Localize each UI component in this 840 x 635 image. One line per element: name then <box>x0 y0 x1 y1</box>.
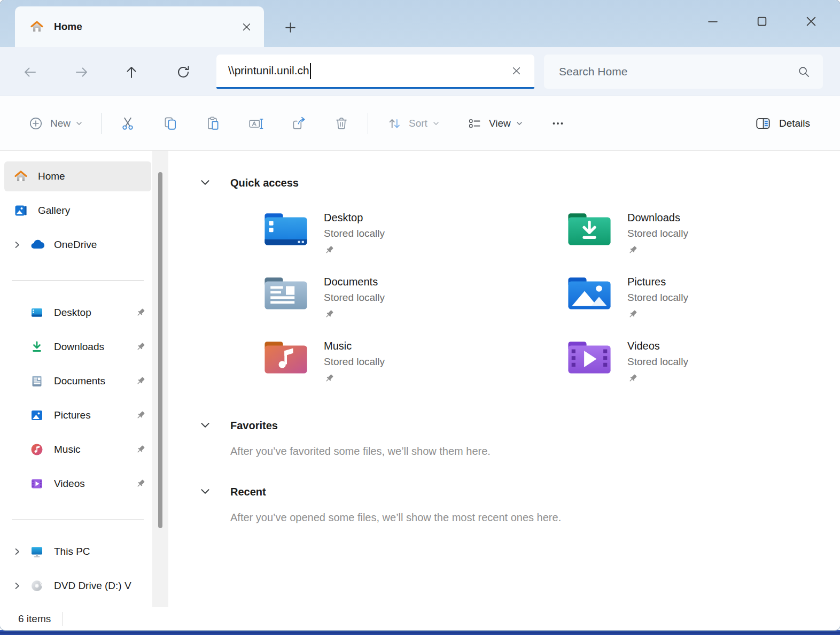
sidebar-divider <box>12 519 144 520</box>
navigation-pane: Home Gallery <box>0 151 168 607</box>
address-bar[interactable]: \\printunil.unil.ch <box>216 55 534 89</box>
sidebar-item-this-pc[interactable]: This PC <box>4 537 151 567</box>
tile-downloads[interactable]: Downloads Stored locally <box>566 210 840 274</box>
sidebar-item-documents[interactable]: Documents <box>4 366 151 396</box>
tab-bar: Home <box>0 0 840 47</box>
sidebar-item-downloads[interactable]: Downloads <box>4 332 151 362</box>
search-icon <box>793 61 814 82</box>
music-folder-icon <box>262 338 309 376</box>
pin-icon <box>135 307 146 318</box>
clear-address-icon[interactable] <box>505 60 527 82</box>
favorites-empty-text: After you’ve favorited some files, we’ll… <box>230 445 840 458</box>
sidebar-scrollbar[interactable] <box>152 151 168 607</box>
window-controls <box>681 7 828 35</box>
chevron-right-icon[interactable] <box>13 241 29 249</box>
delete-button[interactable] <box>326 110 357 137</box>
home-icon <box>29 19 45 34</box>
section-title: Favorites <box>230 420 278 432</box>
main-pane: Quick access <box>168 151 840 607</box>
tile-name: Videos <box>627 339 688 353</box>
tile-subtitle: Stored locally <box>627 354 688 369</box>
sidebar-item-pictures[interactable]: Pictures <box>4 400 151 430</box>
sidebar-item-music[interactable]: Music <box>4 435 151 464</box>
new-button[interactable]: New <box>20 110 90 137</box>
home-icon <box>13 169 29 184</box>
tile-subtitle: Stored locally <box>324 290 385 305</box>
tile-desktop[interactable]: Desktop Stored locally <box>262 210 566 274</box>
chevron-down-icon[interactable] <box>199 177 215 188</box>
documents-folder-icon <box>262 274 309 312</box>
search-box[interactable] <box>544 55 823 89</box>
desktop-icon <box>29 305 45 320</box>
view-button[interactable]: View <box>459 110 531 137</box>
chevron-right-icon[interactable] <box>13 582 29 590</box>
pictures-folder-icon <box>566 274 613 312</box>
pin-icon <box>135 342 146 352</box>
details-pane-icon <box>755 115 772 131</box>
this-pc-icon <box>29 544 45 559</box>
maximize-button[interactable] <box>745 7 779 35</box>
tile-music[interactable]: Music Stored locally <box>262 338 566 402</box>
sort-arrows-icon <box>386 115 402 131</box>
chevron-down-icon <box>75 120 83 127</box>
sidebar-item-gallery[interactable]: Gallery <box>4 196 151 226</box>
desktop-edge <box>0 630 840 635</box>
items-count: 6 items <box>18 613 51 625</box>
pin-icon <box>627 373 638 384</box>
tile-name: Pictures <box>627 275 688 289</box>
section-title: Quick access <box>230 177 299 189</box>
search-input[interactable] <box>558 65 793 79</box>
rename-button[interactable] <box>240 110 271 137</box>
cut-button[interactable] <box>112 110 143 137</box>
tile-name: Downloads <box>627 211 688 224</box>
tile-videos[interactable]: Videos Stored locally <box>566 338 840 402</box>
tile-subtitle: Stored locally <box>627 290 688 305</box>
paste-button[interactable] <box>198 110 229 137</box>
videos-icon <box>29 476 45 491</box>
sidebar-divider <box>12 280 144 281</box>
favorites-header: Favorites <box>199 417 840 433</box>
dvd-drive-icon <box>29 578 45 593</box>
desktop-folder-icon <box>262 210 309 248</box>
tile-documents[interactable]: Documents Stored locally <box>262 274 566 338</box>
share-button[interactable] <box>283 110 314 137</box>
up-button[interactable] <box>119 60 144 84</box>
sidebar-scrollbar-thumb[interactable] <box>158 172 162 528</box>
status-bar: 6 items <box>0 607 840 630</box>
refresh-button[interactable] <box>171 60 196 84</box>
music-icon <box>29 442 45 457</box>
sidebar-item-desktop[interactable]: Desktop <box>4 298 151 328</box>
pin-icon <box>324 245 335 255</box>
chevron-down-icon[interactable] <box>199 420 215 431</box>
chevron-down-icon[interactable] <box>199 486 215 497</box>
sort-button[interactable]: Sort <box>379 110 447 137</box>
close-window-button[interactable] <box>794 7 828 35</box>
sidebar-item-onedrive[interactable]: OneDrive <box>4 230 151 260</box>
tab-home[interactable]: Home <box>15 6 264 47</box>
copy-button[interactable] <box>155 110 186 137</box>
see-more-button[interactable] <box>542 110 573 137</box>
sidebar-item-videos[interactable]: Videos <box>4 469 151 499</box>
content-area: Home Gallery <box>0 151 840 607</box>
file-explorer-window: Home <box>0 0 840 630</box>
sidebar-item-dvd-drive[interactable]: DVD Drive (D:) V <box>4 571 151 601</box>
sidebar-item-home[interactable]: Home <box>4 161 151 191</box>
navigation-bar: \\printunil.unil.ch <box>0 47 840 96</box>
pin-icon <box>135 478 146 489</box>
chevron-down-icon <box>432 120 440 127</box>
downloads-icon <box>29 339 45 354</box>
status-divider <box>63 612 63 626</box>
gallery-icon <box>13 203 29 218</box>
chevron-right-icon[interactable] <box>13 547 29 556</box>
tile-pictures[interactable]: Pictures Stored locally <box>566 274 840 338</box>
back-button[interactable] <box>18 60 42 84</box>
tab-close-icon[interactable] <box>236 17 256 37</box>
details-button[interactable]: Details <box>755 115 810 131</box>
minimize-button[interactable] <box>696 7 730 35</box>
forward-button[interactable] <box>69 60 94 84</box>
tile-subtitle: Stored locally <box>324 226 385 241</box>
pin-icon <box>627 309 638 320</box>
recent-header: Recent <box>199 484 840 500</box>
new-tab-button[interactable] <box>279 16 301 38</box>
command-toolbar: New <box>0 96 840 151</box>
